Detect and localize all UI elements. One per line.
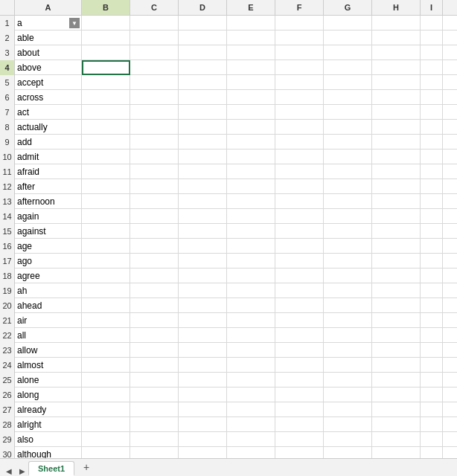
cell-g22[interactable]	[324, 328, 372, 343]
cell-e10[interactable]	[227, 149, 275, 164]
cell-i8[interactable]	[421, 120, 443, 135]
cell-e22[interactable]	[227, 328, 275, 343]
cell-e19[interactable]	[227, 283, 275, 298]
cell-g4[interactable]	[324, 60, 372, 75]
cell-i7[interactable]	[421, 105, 443, 120]
cell-a13[interactable]: afternoon	[15, 194, 82, 209]
cell-g13[interactable]	[324, 194, 372, 209]
cell-h14[interactable]	[372, 209, 421, 224]
cell-g24[interactable]	[324, 358, 372, 373]
cell-h17[interactable]	[372, 254, 421, 268]
cell-g29[interactable]	[324, 432, 372, 447]
cell-e9[interactable]	[227, 135, 275, 149]
cell-c27[interactable]	[130, 402, 179, 417]
cell-b1[interactable]	[82, 16, 130, 30]
cell-f21[interactable]	[275, 313, 324, 328]
cell-g15[interactable]	[324, 224, 372, 239]
cell-e14[interactable]	[227, 209, 275, 224]
cell-c7[interactable]	[130, 105, 179, 120]
cell-c25[interactable]	[130, 373, 179, 387]
cell-c11[interactable]	[130, 164, 179, 179]
cell-c13[interactable]	[130, 194, 179, 209]
cell-h9[interactable]	[372, 135, 421, 149]
cell-d21[interactable]	[179, 313, 227, 328]
col-header-g[interactable]: G	[324, 0, 372, 15]
cell-f29[interactable]	[275, 432, 324, 447]
cell-d29[interactable]	[179, 432, 227, 447]
cell-h2[interactable]	[372, 30, 421, 45]
cell-d17[interactable]	[179, 254, 227, 268]
cell-g11[interactable]	[324, 164, 372, 179]
cell-f26[interactable]	[275, 387, 324, 402]
cell-a7[interactable]: act	[15, 105, 82, 120]
cell-c24[interactable]	[130, 358, 179, 373]
cell-d26[interactable]	[179, 387, 227, 402]
cell-h25[interactable]	[372, 373, 421, 387]
cell-h4[interactable]	[372, 60, 421, 75]
cell-g21[interactable]	[324, 313, 372, 328]
cell-a15[interactable]: against	[15, 224, 82, 239]
cell-i28[interactable]	[421, 417, 443, 432]
cell-i30[interactable]	[421, 447, 443, 458]
cell-e13[interactable]	[227, 194, 275, 209]
cell-f6[interactable]	[275, 90, 324, 105]
cell-i5[interactable]	[421, 75, 443, 90]
cell-d10[interactable]	[179, 149, 227, 164]
cell-f27[interactable]	[275, 402, 324, 417]
cell-i20[interactable]	[421, 298, 443, 313]
cell-i18[interactable]	[421, 268, 443, 283]
cell-c29[interactable]	[130, 432, 179, 447]
cell-c17[interactable]	[130, 254, 179, 268]
cell-g9[interactable]	[324, 135, 372, 149]
cell-b28[interactable]	[82, 417, 130, 432]
cell-d8[interactable]	[179, 120, 227, 135]
col-header-e[interactable]: E	[227, 0, 275, 15]
cell-d5[interactable]	[179, 75, 227, 90]
cell-f10[interactable]	[275, 149, 324, 164]
cell-i15[interactable]	[421, 224, 443, 239]
cell-d22[interactable]	[179, 328, 227, 343]
cell-a3[interactable]: about	[15, 45, 82, 60]
cell-b17[interactable]	[82, 254, 130, 268]
cell-a23[interactable]: allow	[15, 343, 82, 358]
cell-i14[interactable]	[421, 209, 443, 224]
cell-i27[interactable]	[421, 402, 443, 417]
cell-i4[interactable]	[421, 60, 443, 75]
cell-d13[interactable]	[179, 194, 227, 209]
cell-g5[interactable]	[324, 75, 372, 90]
cell-g2[interactable]	[324, 30, 372, 45]
cell-g7[interactable]	[324, 105, 372, 120]
cell-b25[interactable]	[82, 373, 130, 387]
cell-f4[interactable]	[275, 60, 324, 75]
cell-d15[interactable]	[179, 224, 227, 239]
cell-g16[interactable]	[324, 239, 372, 254]
cell-e12[interactable]	[227, 179, 275, 194]
cell-c4[interactable]	[130, 60, 179, 75]
cell-a16[interactable]: age	[15, 239, 82, 254]
cell-c9[interactable]	[130, 135, 179, 149]
cell-g8[interactable]	[324, 120, 372, 135]
cell-g25[interactable]	[324, 373, 372, 387]
cell-g1[interactable]	[324, 16, 372, 30]
cell-h27[interactable]	[372, 402, 421, 417]
cell-e18[interactable]	[227, 268, 275, 283]
cell-f7[interactable]	[275, 105, 324, 120]
cell-a20[interactable]: ahead	[15, 298, 82, 313]
cell-f16[interactable]	[275, 239, 324, 254]
cell-h18[interactable]	[372, 268, 421, 283]
cell-c10[interactable]	[130, 149, 179, 164]
col-header-i[interactable]: I	[421, 0, 443, 15]
cell-c15[interactable]	[130, 224, 179, 239]
cell-f17[interactable]	[275, 254, 324, 268]
cell-e28[interactable]	[227, 417, 275, 432]
col-header-a[interactable]: A	[15, 0, 82, 15]
cell-e15[interactable]	[227, 224, 275, 239]
cell-f3[interactable]	[275, 45, 324, 60]
cell-e21[interactable]	[227, 313, 275, 328]
cell-h1[interactable]	[372, 16, 421, 30]
cell-b22[interactable]	[82, 328, 130, 343]
cell-b5[interactable]	[82, 75, 130, 90]
cell-g3[interactable]	[324, 45, 372, 60]
cell-c8[interactable]	[130, 120, 179, 135]
cell-e6[interactable]	[227, 90, 275, 105]
